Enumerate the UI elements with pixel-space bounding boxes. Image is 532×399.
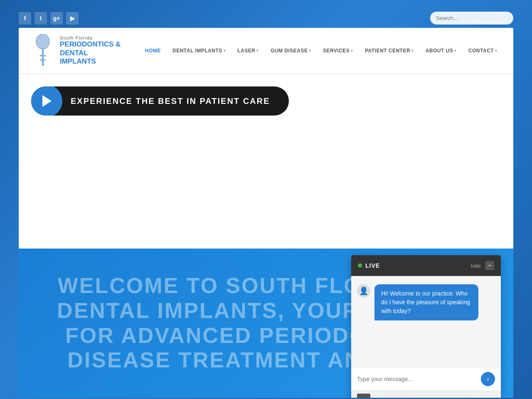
search-box[interactable] <box>430 12 513 25</box>
chat-body: 👤 Hi! Welcome to our practice. Who do I … <box>351 276 501 367</box>
play-banner-text: EXPERIENCE THE BEST IN PATIENT CARE <box>62 96 270 106</box>
chat-bubble: Hi! Welcome to our practice. Who do I ha… <box>374 284 478 320</box>
twitter-icon[interactable]: t <box>34 12 47 25</box>
live-dot <box>358 264 362 268</box>
logo-title: PERIODONTICS & DENTAL IMPLANTS <box>60 40 123 66</box>
nav-item-laser[interactable]: LASER ▾ <box>232 44 265 57</box>
facebook-icon[interactable]: f <box>19 12 31 25</box>
chat-minimize-button[interactable]: − <box>485 261 494 270</box>
send-icon: › <box>487 375 489 383</box>
nav-item-gum-disease[interactable]: GUM DISEASE ▾ <box>265 44 317 57</box>
play-button[interactable] <box>31 86 62 116</box>
nav-item-about-us[interactable]: ABOUT US ▾ <box>420 44 463 57</box>
simplifeye-icon: ⬡ <box>361 397 367 398</box>
chat-hide-button[interactable]: hide <box>470 263 481 269</box>
logo-image <box>31 32 55 69</box>
main-card: South Florida PERIODONTICS & DENTAL IMPL… <box>19 28 513 398</box>
chevron-down-icon: ▾ <box>495 49 498 53</box>
play-triangle-icon <box>42 95 52 107</box>
top-bar: f t g+ ▶ <box>19 12 513 25</box>
search-input[interactable] <box>430 12 513 25</box>
person-icon: 👤 <box>359 286 368 296</box>
youtube-icon[interactable]: ▶ <box>66 12 79 25</box>
nav-item-services[interactable]: SERVICES ▾ <box>317 44 359 57</box>
chat-send-button[interactable]: › <box>481 372 495 386</box>
chat-header-controls: hide − <box>470 261 494 270</box>
chevron-down-icon: ▾ <box>256 49 259 53</box>
chat-message-row: 👤 Hi! Welcome to our practice. Who do I … <box>357 284 495 320</box>
nav-item-dental-implants[interactable]: DENTAL IMPLANTS ▾ <box>167 44 232 57</box>
chat-message-input[interactable] <box>357 376 478 382</box>
main-nav: HOME DENTAL IMPLANTS ▾ LASER ▾ GUM DISEA… <box>139 44 503 57</box>
live-indicator: LIVE <box>358 262 380 269</box>
chevron-down-icon: ▾ <box>411 49 414 53</box>
avatar: 👤 <box>357 284 370 298</box>
chevron-down-icon: ▾ <box>224 49 226 53</box>
chevron-down-icon: ▾ <box>454 49 457 53</box>
nav-item-patient-center[interactable]: PATIENT CENTER ▾ <box>359 44 420 57</box>
nav-item-home[interactable]: HOME <box>139 44 167 57</box>
nav-item-contact[interactable]: CONTACT ▾ <box>463 44 503 57</box>
chevron-down-icon: ▾ <box>351 49 353 53</box>
live-label: LIVE <box>365 262 380 269</box>
social-icons: f t g+ ▶ <box>19 12 79 25</box>
chat-footer-logo: ⬡ <box>357 394 370 398</box>
svg-point-0 <box>36 34 49 49</box>
chat-header: LIVE hide − <box>351 255 501 276</box>
logo-subtitle: South Florida <box>60 35 123 40</box>
chat-widget: LIVE hide − 👤 Hi! Welcome to our practic… <box>351 255 501 398</box>
logo-text: South Florida PERIODONTICS & DENTAL IMPL… <box>60 35 123 66</box>
chevron-down-icon: ▾ <box>309 49 311 53</box>
chat-input-area: › <box>351 367 501 390</box>
logo-area: South Florida PERIODONTICS & DENTAL IMPL… <box>31 32 123 69</box>
site-header: South Florida PERIODONTICS & DENTAL IMPL… <box>19 28 513 74</box>
hero-section: EXPERIENCE THE BEST IN PATIENT CARE <box>19 74 513 249</box>
chat-footer: ⬡ Powered by Simplifeye | Privacy Policy <box>351 390 501 398</box>
play-banner[interactable]: EXPERIENCE THE BEST IN PATIENT CARE <box>31 86 289 116</box>
googleplus-icon[interactable]: g+ <box>50 12 63 25</box>
